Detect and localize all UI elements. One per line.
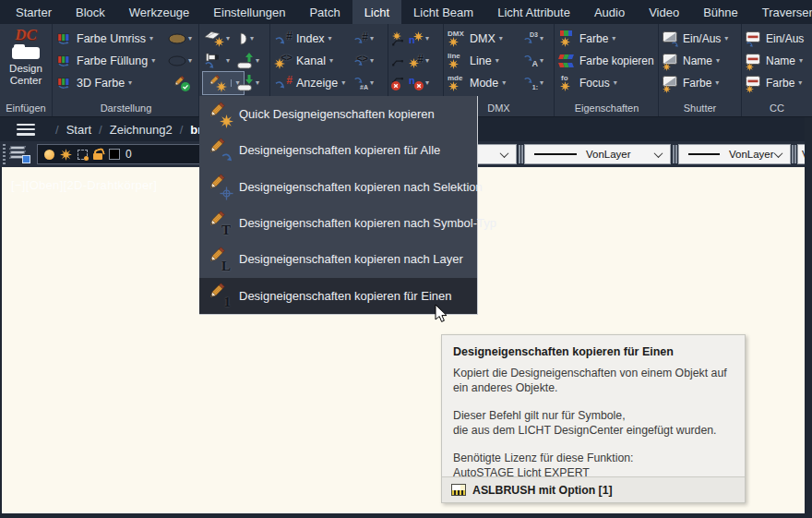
- tab-starter[interactable]: Starter: [4, 0, 64, 24]
- selection-freeze-icon[interactable]: [78, 150, 88, 160]
- ribbon-tab-bar: Starter Block Werkzeuge Einstellungen Pa…: [0, 0, 812, 24]
- unlock-icon[interactable]: [93, 149, 103, 160]
- toolbar-grip-handle[interactable]: [3, 144, 6, 164]
- lineweight-combobox[interactable]: VonLayer: [678, 144, 791, 164]
- linetype-combobox[interactable]: VonLayer: [524, 144, 671, 164]
- ribbon-group-darstellung: Farbe Umriss ▾ Farbe Füllung ▾ 3D Farbe …: [54, 24, 199, 116]
- doc-tab-start[interactable]: Start: [66, 123, 91, 137]
- shutter-name-button[interactable]: Name ▾: [663, 52, 720, 70]
- bulb-icon[interactable]: [44, 150, 54, 160]
- menu-item-kopieren-nach-layer[interactable]: L Designeigenschaften kopieren nach Laye…: [199, 241, 477, 277]
- darstellung-check-button[interactable]: [172, 74, 190, 92]
- tab-licht-attribute[interactable]: Licht Attribute: [485, 0, 582, 24]
- index-mini-button[interactable]: # ▾: [353, 30, 374, 48]
- hamburger-menu-icon[interactable]: [17, 124, 35, 136]
- n-x-icon: n: [409, 76, 424, 90]
- tab-werkzeuge[interactable]: Werkzeuge: [117, 0, 202, 24]
- rgb-copy-icon: [559, 54, 576, 67]
- dmx-mini-1-button[interactable]: 1: ▾: [523, 74, 543, 92]
- line-button[interactable]: line Line ▾: [448, 52, 499, 70]
- tab-block[interactable]: Block: [64, 0, 117, 24]
- cc-ein-aus-button[interactable]: Ein/Aus: [746, 30, 804, 48]
- tab-licht-beam[interactable]: Licht Beam: [401, 0, 485, 24]
- copy-spool-button[interactable]: ▾: [204, 52, 230, 70]
- dmx-mini-a-button[interactable]: A ▾: [523, 52, 543, 70]
- layer-color-swatch[interactable]: [109, 149, 120, 160]
- menu-item-kopieren-fuer-alle[interactable]: Designeigenschaften kopieren für Alle: [199, 132, 477, 168]
- chevron-down-icon: ▾: [370, 57, 374, 65]
- tab-video[interactable]: Video: [637, 0, 691, 24]
- design-center-button[interactable]: DC Design Center: [2, 26, 50, 100]
- kanal-button[interactable]: <> Kanal ▾: [274, 52, 333, 70]
- tab-audio[interactable]: Audio: [582, 0, 637, 24]
- chevron-down-icon: ▾: [226, 57, 230, 65]
- tab-einstellungen[interactable]: Einstellungen: [201, 0, 297, 24]
- cc-farbe-button[interactable]: Farbe ▾: [746, 74, 802, 92]
- pencil-star-icon[interactable]: [203, 74, 231, 92]
- toggle-mid-button[interactable]: # ▾: [391, 52, 429, 70]
- doc-tab-zeichnung2[interactable]: Zeichnung2: [110, 123, 173, 137]
- cc-star-icon: [746, 54, 762, 69]
- mode-label: Mode: [470, 77, 498, 90]
- command-window-icon: [451, 484, 466, 496]
- farbe-umriss-button[interactable]: Farbe Umriss ▾: [57, 30, 153, 48]
- command-tooltip: Designeigenschaften kopieren für Einen K…: [441, 334, 746, 503]
- cc-name-button[interactable]: Name ▾: [746, 52, 803, 70]
- cc-arrow-icon: [746, 31, 762, 47]
- toolbar-separator: [519, 145, 520, 163]
- tooltip-title: Designeigenschaften kopieren für Einen: [442, 335, 745, 358]
- angle-arrow-icon: <>: [353, 54, 368, 68]
- layer-properties-icon[interactable]: [10, 145, 30, 163]
- anzeige-mini-button[interactable]: #A ▾: [353, 74, 374, 92]
- copy-lamp-button[interactable]: ▾: [239, 30, 254, 48]
- toggle-on-button[interactable]: n ▾: [391, 30, 429, 48]
- tab-traversen[interactable]: Traversen: [750, 0, 812, 24]
- tab-buehne[interactable]: Bühne: [691, 0, 750, 24]
- dmx-mini-d3-button[interactable]: D3 ▾: [523, 30, 543, 48]
- fixture-solid-icon: [168, 33, 186, 44]
- farbe-fuellung-button[interactable]: Farbe Füllung ▾: [57, 52, 155, 70]
- copy-up-button[interactable]: ▾: [237, 52, 259, 70]
- line-label: Line: [470, 54, 492, 67]
- farbe-fuellung-label: Farbe Füllung: [77, 54, 148, 67]
- shutter-farbe-button[interactable]: Farbe ▾: [663, 74, 719, 92]
- blob-up-arrow-icon: [237, 53, 254, 69]
- farbe-kopieren-label: Farbe kopieren: [579, 54, 654, 67]
- index-label: Index: [296, 32, 325, 45]
- kanal-label: Kanal: [296, 54, 326, 67]
- chevron-down-icon: ▾: [341, 79, 345, 87]
- toggle-off-button[interactable]: n ▾: [391, 74, 429, 92]
- darstellung-mini-2-button[interactable]: ▾: [168, 52, 192, 70]
- farbe-kopieren-button[interactable]: Farbe kopieren: [559, 52, 654, 70]
- menu-item-kopieren-nach-selektion[interactable]: Designeigenschaften kopieren nach Selekt…: [199, 169, 477, 205]
- farbe-button[interactable]: Farbe ▾: [559, 30, 615, 48]
- cc-name-label: Name: [766, 54, 795, 67]
- anzeige-button[interactable]: # Anzeige ▾: [274, 74, 345, 92]
- index-button[interactable]: # Index ▾: [274, 30, 332, 48]
- sun-icon[interactable]: [60, 149, 72, 161]
- chevron-down-icon: ▾: [496, 57, 499, 65]
- group-label-eigenschaften: Eigenschaften: [555, 102, 658, 114]
- 3d-farbe-button[interactable]: 3D Farbe ▾: [57, 74, 132, 92]
- dmx-button[interactable]: DMX DMX ▾: [448, 30, 503, 48]
- line-star-icon: line: [448, 53, 466, 69]
- shutter-ein-aus-button[interactable]: Ein/Aus ▾: [663, 30, 728, 48]
- mode-button[interactable]: mde Mode ▾: [448, 74, 506, 92]
- kanal-mini-button[interactable]: <> ▾: [353, 52, 374, 70]
- chevron-down-icon: ▾: [798, 79, 802, 87]
- arrow-hash-icon: #: [274, 30, 293, 47]
- ribbon-group-eigenschaften: Farbe ▾ Farbe kopieren fo: [555, 24, 659, 116]
- chevron-down-icon: ▾: [715, 79, 719, 87]
- tab-licht[interactable]: Licht: [352, 0, 401, 24]
- copy-down-button[interactable]: ▾: [237, 74, 259, 92]
- focus-button[interactable]: fo Focus ▾: [559, 74, 617, 92]
- pencil-star-icon: [206, 101, 233, 128]
- chevron-down-icon: ▾: [540, 79, 543, 87]
- menu-item-kopieren-nach-symbol-typ[interactable]: T Designeigenschaften kopieren nach Symb…: [199, 205, 477, 241]
- viewport-controls-label[interactable]: [−][Oben][2D-Drahtkörper]: [11, 178, 157, 192]
- tab-patch[interactable]: Patch: [297, 0, 352, 24]
- tooltip-license-line1: Benötigte Lizenz für diese Funktion:: [453, 451, 734, 465]
- darstellung-mini-1-button[interactable]: ▾: [168, 30, 192, 48]
- copy-book-button[interactable]: ▾: [204, 30, 230, 48]
- menu-item-quick-kopieren[interactable]: Quick Designeigenschaften kopieren: [199, 96, 477, 132]
